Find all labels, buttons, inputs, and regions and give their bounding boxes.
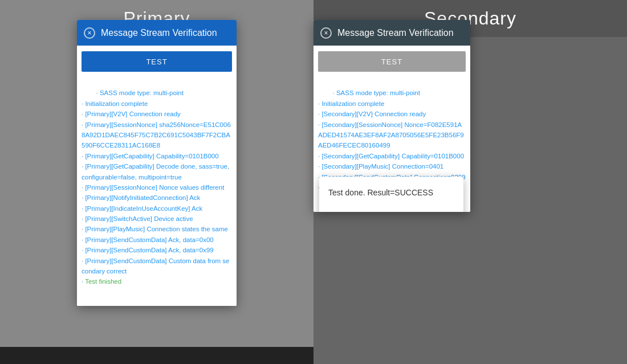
- left-dialog-body: TEST · SASS mode type: multi-point · Ini…: [77, 46, 237, 306]
- left-dialog-close-button[interactable]: ×: [84, 27, 95, 39]
- left-test-button[interactable]: TEST: [82, 51, 232, 72]
- left-dialog-title: Message Stream Verification: [101, 28, 217, 38]
- right-dialog-close-button[interactable]: ×: [320, 27, 332, 39]
- left-bottom-bar: [0, 347, 314, 364]
- result-dialog: Test done. Result=SUCCESS OK: [319, 177, 463, 212]
- right-test-button: TEST: [318, 51, 466, 72]
- right-dialog: × Message Stream Verification TEST · SAS…: [314, 20, 470, 212]
- result-ok-button[interactable]: OK: [434, 208, 454, 212]
- right-dialog-title: Message Stream Verification: [337, 28, 454, 38]
- right-dialog-titlebar: × Message Stream Verification: [314, 20, 470, 46]
- left-dialog-titlebar: × Message Stream Verification: [77, 20, 237, 46]
- result-message: Test done. Result=SUCCESS: [328, 188, 454, 197]
- result-ok-area: OK: [328, 208, 454, 212]
- left-panel: Primary × Message Stream Verification TE…: [0, 0, 314, 364]
- left-dialog: × Message Stream Verification TEST · SAS…: [77, 20, 237, 306]
- left-log-area: · SASS mode type: multi-point · Initiali…: [82, 77, 232, 297]
- right-panel: Secondary × Message Stream Verification …: [314, 0, 627, 364]
